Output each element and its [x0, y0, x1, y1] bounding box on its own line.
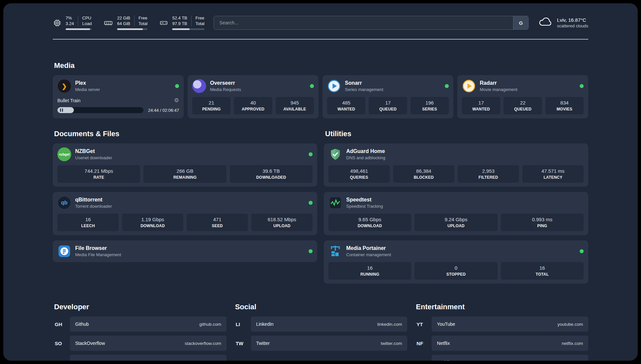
playback-progress-bar[interactable] [57, 107, 143, 113]
overseerr-icon [192, 79, 206, 93]
ram-free: 22 GiB [117, 15, 130, 21]
stat-tile: 16 LEECH [57, 214, 119, 231]
ram-icon [104, 18, 113, 27]
stat-tile: 1.19 Gbps DOWNLOAD [122, 214, 183, 231]
card-speedtest[interactable]: Speedtest Speedtest Tracking 9.65 Gbps D… [324, 192, 588, 235]
card-filebrowser[interactable]: File Browser Media File Management [53, 240, 317, 262]
stat-tile: 196 SERIES [411, 97, 449, 114]
bookmark-group-entertainment: Entertainment YT YouTube youtube.com NF … [414, 303, 588, 361]
search-input[interactable] [214, 16, 529, 30]
search-provider-button[interactable]: G [513, 16, 528, 29]
card-adguard[interactable]: AdGuard Home DNS and adblocking 498,461 … [324, 143, 588, 187]
bookmark-linkedin[interactable]: LI LinkedIn linkedin.com [234, 317, 408, 332]
system-stats: 7% 3.24 CPU Load [53, 15, 204, 30]
pause-icon[interactable] [60, 108, 63, 112]
ram-total: 64 GiB [117, 21, 130, 27]
weather-condition: scattered clouds [557, 23, 588, 28]
stat-tile: 86,384 BLOCKED [393, 165, 454, 183]
cpu-widget: 7% 3.24 CPU Load [53, 15, 92, 30]
stat-tile: 945 AVAILABLE [276, 97, 314, 114]
card-sonarr[interactable]: Sonarr Series management 485 WANTED 17 Q… [322, 75, 453, 118]
cpu-progress-bar [66, 28, 92, 30]
bookmark-reddit[interactable]: RE Reddit reddit.com [414, 355, 588, 361]
section-title-documents: Documents & Files [54, 130, 317, 138]
plex-icon: ❯ [57, 79, 71, 93]
portainer-icon [328, 244, 342, 258]
section-title-social: Social [235, 303, 408, 311]
gear-icon[interactable]: ⚙ [174, 97, 179, 104]
bookmark-dev[interactable]: DT DEV dev.to [53, 355, 227, 361]
search-bar: G [214, 16, 529, 30]
section-title-utilities: Utilities [325, 130, 588, 138]
status-dot [445, 84, 449, 88]
cloud-icon [538, 16, 553, 29]
status-dot [309, 249, 313, 253]
filebrowser-icon [57, 244, 71, 258]
stat-tile: 618.52 Mbps UPLOAD [251, 214, 313, 231]
stat-tile: 47.571 ms LATENCY [522, 165, 584, 183]
topbar-divider [53, 39, 588, 40]
section-title-entertainment: Entertainment [416, 303, 588, 311]
card-plex[interactable]: ❯ Plex Media server Bullet Train ⚙ [53, 75, 184, 118]
stat-tile: 0.993 ms PING [501, 214, 584, 231]
status-dot [309, 152, 313, 156]
stat-tile: 16 RUNNING [328, 262, 411, 280]
sonarr-icon [327, 79, 341, 93]
card-qbittorrent[interactable]: qb qBittorrent Torrent downloader 16 LEE… [53, 192, 317, 235]
stat-tile: 498,461 QUERIES [328, 165, 390, 183]
section-title-media: Media [54, 61, 588, 70]
weather-location: Lviv, 16.87°C [557, 17, 588, 23]
status-dot [310, 84, 314, 88]
stat-tile: 21 PENDING [192, 97, 230, 114]
disk-total: 97.9 TB [172, 21, 187, 27]
disk-widget: 52.4 TB 97.9 TB Free Total [159, 15, 204, 30]
bookmark-youtube[interactable]: YT YouTube youtube.com [414, 317, 588, 332]
bookmark-twitter[interactable]: TW Twitter twitter.com [234, 336, 408, 351]
radarr-icon [462, 79, 476, 93]
weather-widget: Lviv, 16.87°C scattered clouds [538, 16, 588, 29]
cpu-icon [53, 18, 62, 27]
card-radarr[interactable]: Radarr Movie management 17 WANTED 22 QUE… [457, 75, 588, 118]
stat-tile: 0 STOPPED [414, 262, 497, 280]
cpu-load-avg: 3.24 [66, 21, 74, 27]
ram-progress-bar [117, 28, 147, 30]
status-dot [580, 249, 584, 253]
stat-tile: 22 QUEUED [504, 97, 542, 114]
card-overseerr[interactable]: Overseerr Media Requests 21 PENDING 40 A… [188, 75, 319, 118]
bookmark-group-developer: Developer GH Github github.com SO StackO… [53, 303, 227, 361]
bookmark-netflix[interactable]: NF Netflix netflix.com [414, 336, 588, 351]
card-nzbget[interactable]: nzbget NZBGet Usenet downloader 744.21 M… [53, 143, 317, 187]
bookmark-github[interactable]: GH Github github.com [53, 317, 227, 332]
status-dot [175, 84, 179, 88]
stat-tile: 471 SEED [187, 214, 248, 231]
section-title-developer: Developer [54, 303, 227, 311]
disk-free: 52.4 TB [172, 15, 187, 21]
stat-tile: 17 WANTED [462, 97, 500, 114]
stat-tile: 40 APPROVED [234, 97, 272, 114]
status-dot [309, 201, 313, 205]
stat-tile: 9.65 Gbps DOWNLOAD [328, 214, 411, 231]
qbittorrent-icon: qb [57, 196, 71, 210]
stat-tile: 485 WANTED [327, 97, 365, 114]
stat-tile: 17 QUEUED [369, 97, 407, 114]
plex-now-playing: Bullet Train ⚙ 24:44 / 02:06:47 [57, 97, 179, 113]
stat-tile: 266 GB REMAINING [143, 165, 226, 183]
speedtest-icon [328, 196, 342, 210]
stat-tile: 9.24 Gbps UPLOAD [414, 214, 497, 231]
stat-tile: 744.21 Mbps RATE [57, 165, 140, 183]
stat-tile: 2,953 FILTERED [458, 165, 519, 183]
stat-tile: 16 TOTAL [501, 262, 584, 280]
bookmark-stackoverflow[interactable]: SO StackOverflow stackoverflow.com [53, 336, 227, 351]
stat-tile: 834 MOVIES [545, 97, 584, 114]
disk-icon [159, 18, 168, 27]
dashboard: 7% 3.24 CPU Load [3, 3, 638, 361]
playback-time: 24:44 / 02:06:47 [148, 108, 179, 113]
disk-progress-bar [172, 28, 204, 30]
adguard-icon [328, 147, 342, 161]
stat-tile: 39.6 TB DOWNLOADED [230, 165, 313, 183]
topbar: 7% 3.24 CPU Load [53, 14, 588, 32]
nzbget-icon: nzbget [57, 147, 71, 161]
bookmark-group-social: Social LI LinkedIn linkedin.com TW Twitt… [234, 303, 408, 361]
card-portainer[interactable]: Media Portainer Container management 16 … [324, 240, 588, 284]
status-dot [580, 84, 584, 88]
